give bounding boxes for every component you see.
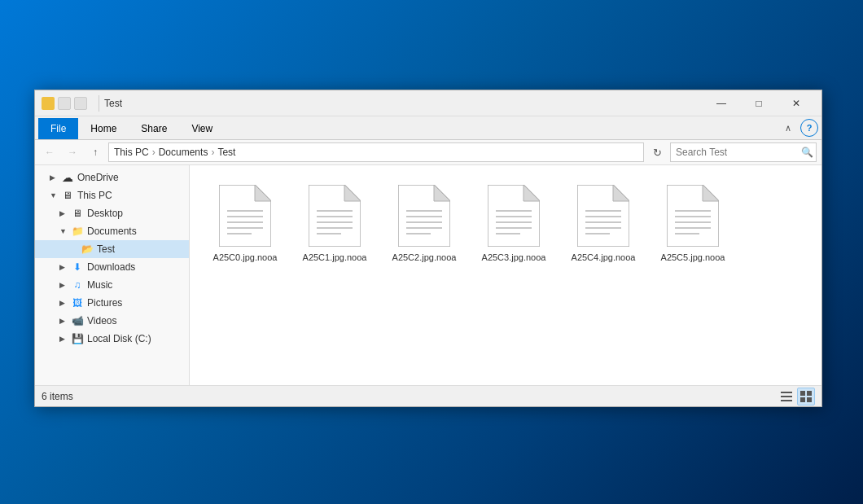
sidebar-item-documents[interactable]: ▼ 📁 Documents [35,222,189,240]
refresh-button[interactable]: ↻ [647,142,667,162]
title-bar: Test — □ ✕ [35,90,821,116]
expand-arrow-documents: ▼ [59,227,68,235]
list-item[interactable]: A25C3.jpg.nooa [473,180,554,268]
window-title: Test [104,98,703,109]
expand-arrow-onedrive: ▶ [50,173,58,182]
sidebar-item-localdisk[interactable]: ▶ 💾 Local Disk (C:) [35,330,189,348]
minimize-button[interactable]: — [703,90,740,116]
svg-rect-48 [807,397,812,402]
title-bar-icons [42,97,87,110]
crumb-documents[interactable]: Documents [159,147,208,158]
svg-marker-29 [613,185,629,201]
breadcrumb: This PC › Documents › Test [114,147,235,158]
test-folder-icon: 📂 [81,243,94,256]
svg-rect-47 [800,397,805,402]
sidebar-item-videos[interactable]: ▶ 📹 Videos [35,312,189,330]
pictures-icon: 🖼 [71,296,84,309]
nav-back-button[interactable]: ← [40,142,59,162]
title-icon-1 [42,97,55,110]
view-list-button[interactable] [778,388,795,405]
localdisk-icon: 💾 [71,332,84,345]
videos-icon: 📹 [71,314,84,327]
file-label-4: A25C4.jpg.nooa [572,252,636,263]
sidebar-label-localdisk: Local Disk (C:) [87,333,151,344]
sidebar-item-test[interactable]: 📂 Test [35,240,189,258]
file-icon-3 [488,185,540,247]
file-label-5: A25C5.jpg.nooa [661,252,725,263]
crumb-arrow-2: › [211,147,214,158]
search-icon[interactable]: 🔍 [801,147,813,158]
ribbon-collapse-icon[interactable]: ∧ [779,119,797,137]
file-icon-4 [577,185,629,247]
expand-arrow-downloads: ▶ [59,263,68,271]
tab-view[interactable]: View [179,118,225,139]
expand-arrow-thispc: ▼ [50,191,58,199]
svg-marker-15 [434,185,450,201]
sidebar-item-music[interactable]: ▶ ♫ Music [35,276,189,294]
file-area: A25C0.jpg.nooa [190,165,821,385]
sidebar-item-pictures[interactable]: ▶ 🖼 Pictures [35,294,189,312]
files-grid: A25C0.jpg.nooa [198,173,813,274]
sidebar-item-downloads[interactable]: ▶ ⬇ Downloads [35,258,189,276]
address-path[interactable]: This PC › Documents › Test [108,142,644,162]
expand-arrow-videos: ▶ [59,317,68,325]
sidebar-label-videos: Videos [87,315,116,327]
file-label-3: A25C3.jpg.nooa [482,252,546,263]
status-count: 6 items [42,391,73,402]
status-bar: 6 items [35,385,821,406]
music-icon: ♫ [71,278,84,291]
title-icon-3 [74,97,87,110]
file-icon-0 [219,185,271,247]
maximize-button[interactable]: □ [740,90,778,116]
search-input[interactable] [676,147,798,158]
documents-icon: 📁 [71,225,84,238]
list-item[interactable]: A25C0.jpg.nooa [204,180,286,268]
list-item[interactable]: A25C2.jpg.nooa [383,180,465,268]
ribbon-tabs: File Home Share View ∧ ? [35,116,821,139]
svg-rect-43 [781,396,792,397]
view-toggle-group [778,388,815,405]
sidebar: ▶ ☁ OneDrive ▼ 🖥 This PC ▶ 🖥 Desktop ▼ 📁… [35,165,190,385]
file-explorer-window: Test — □ ✕ File Home Share View ∧ ? ← → … [34,90,822,407]
sidebar-label-onedrive: OneDrive [77,172,119,183]
file-label-1: A25C1.jpg.nooa [303,252,367,263]
search-box[interactable]: 🔍 [670,142,817,162]
sidebar-item-desktop[interactable]: ▶ 🖥 Desktop [35,204,189,222]
svg-marker-1 [255,185,271,201]
ribbon-help-icon[interactable]: ? [800,119,818,137]
file-icon-1 [309,185,361,247]
svg-rect-42 [781,392,792,393]
main-content: ▶ ☁ OneDrive ▼ 🖥 This PC ▶ 🖥 Desktop ▼ 📁… [35,165,821,385]
list-item[interactable]: A25C4.jpg.nooa [563,180,644,268]
file-icon-5 [667,185,719,247]
sidebar-label-downloads: Downloads [87,261,135,273]
nav-up-button[interactable]: ↑ [85,142,105,162]
list-item[interactable]: A25C1.jpg.nooa [294,180,375,268]
sidebar-item-thispc[interactable]: ▼ 🖥 This PC [35,186,189,204]
desktop-icon: 🖥 [71,207,84,220]
ribbon-right: ∧ ? [779,119,818,137]
nav-forward-button[interactable]: → [63,142,82,162]
file-label-2: A25C2.jpg.nooa [392,252,457,263]
svg-rect-46 [807,391,812,396]
crumb-test[interactable]: Test [217,147,235,158]
file-icon-2 [398,185,450,247]
title-icon-2 [58,97,71,110]
sidebar-label-thispc: This PC [77,190,112,201]
close-button[interactable]: ✕ [778,90,815,116]
crumb-thispc[interactable]: This PC [114,147,149,158]
tab-file[interactable]: File [38,118,78,139]
tab-share[interactable]: Share [129,118,179,139]
tab-home[interactable]: Home [78,118,129,139]
sidebar-item-onedrive[interactable]: ▶ ☁ OneDrive [35,169,189,186]
sidebar-label-pictures: Pictures [87,297,122,309]
expand-arrow-desktop: ▶ [59,209,68,217]
window-controls: — □ ✕ [703,90,815,116]
sidebar-label-music: Music [87,279,112,291]
svg-rect-45 [800,391,805,396]
view-grid-button[interactable] [797,388,815,405]
sidebar-label-documents: Documents [87,226,137,237]
onedrive-icon: ☁ [61,171,74,184]
title-sep [99,95,99,112]
list-item[interactable]: A25C5.jpg.nooa [652,180,734,268]
